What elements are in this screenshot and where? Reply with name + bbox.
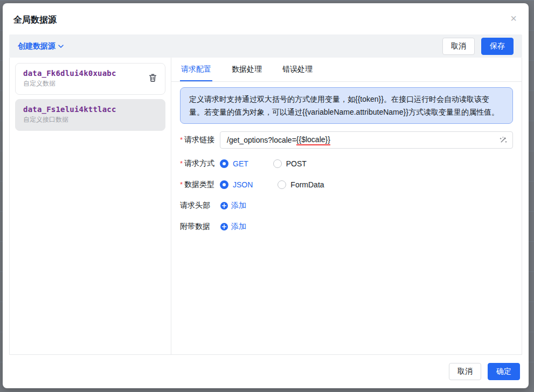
- required-mark: *: [180, 159, 183, 167]
- global-datasource-dialog: 全局数据源 × 创建数据源 取消 保存 data_Fk6dlui4k0xuabc…: [3, 3, 529, 388]
- radio-json[interactable]: JSON: [220, 180, 253, 189]
- datasource-item[interactable]: data_Fk6dlui4k0xuabc 自定义数据: [15, 63, 165, 95]
- plus-circle-icon: [220, 201, 228, 210]
- datasource-name: data_Fs1elui4kttlacc: [23, 105, 158, 114]
- datasource-list: data_Fk6dlui4k0xuabc 自定义数据 data_Fs1elui4…: [10, 58, 171, 354]
- required-mark: *: [180, 180, 183, 188]
- variable-usage-alert: 定义请求时支持通过双大括号的方式使用变量，如{{token}}。在接口运行时会自…: [180, 87, 513, 124]
- add-payload-button[interactable]: 添加: [220, 222, 246, 232]
- payload-data-label: 附带数据: [180, 222, 220, 232]
- tab-data-processing[interactable]: 数据处理: [231, 58, 263, 81]
- datasource-item-meta: data_Fk6dlui4k0xuabc 自定义数据: [23, 69, 147, 88]
- request-method-radio-group: GET POST: [220, 159, 307, 168]
- dialog-title: 全局数据源: [13, 15, 516, 26]
- chevron-down-icon: [57, 43, 65, 50]
- trash-icon[interactable]: [147, 72, 158, 85]
- datasource-toolbar: 创建数据源 取消 保存: [9, 34, 522, 58]
- request-url-variable: {{$locale}}: [296, 135, 330, 145]
- create-datasource-dropdown[interactable]: 创建数据源: [18, 41, 65, 51]
- data-type-radio-group: JSON FormData: [220, 180, 324, 189]
- payload-data-row: 附带数据 添加: [180, 222, 513, 232]
- radio-get[interactable]: GET: [220, 159, 248, 168]
- toolbar-cancel-button[interactable]: 取消: [442, 38, 475, 55]
- data-type-label: *数据类型: [180, 180, 220, 190]
- toolbar-save-button[interactable]: 保存: [481, 38, 514, 55]
- datasource-type: 自定义数据: [23, 79, 147, 88]
- radio-unselected-icon: [273, 159, 282, 168]
- data-type-row: *数据类型 JSON FormData: [180, 180, 513, 190]
- request-config-form: 定义请求时支持通过双大括号的方式使用变量，如{{token}}。在接口运行时会自…: [171, 82, 522, 251]
- radio-unselected-icon: [278, 180, 286, 189]
- dialog-content: data_Fk6dlui4k0xuabc 自定义数据 data_Fs1elui4…: [9, 58, 522, 355]
- detail-tabs: 请求配置 数据处理 错误处理: [171, 58, 522, 82]
- request-headers-row: 请求头部 添加: [180, 201, 513, 211]
- request-url-label: *请求链接: [180, 135, 220, 145]
- close-icon[interactable]: ×: [510, 13, 517, 24]
- footer-confirm-button[interactable]: 确定: [488, 363, 520, 380]
- datasource-item-selected[interactable]: data_Fs1elui4kttlacc 自定义接口数据: [15, 99, 165, 131]
- radio-selected-icon: [220, 159, 228, 168]
- radio-get-label: GET: [233, 159, 248, 168]
- plus-circle-icon: [220, 222, 228, 231]
- dialog-header: 全局数据源 ×: [3, 3, 529, 34]
- request-url-value-prefix: /get_options?locale=: [227, 136, 296, 144]
- datasource-type: 自定义接口数据: [23, 115, 158, 124]
- add-payload-label: 添加: [231, 222, 246, 232]
- radio-selected-icon: [220, 180, 228, 189]
- radio-formdata[interactable]: FormData: [278, 180, 324, 189]
- magic-wand-icon[interactable]: [499, 136, 508, 144]
- request-url-input[interactable]: /get_options?locale={{$locale}}: [220, 131, 513, 149]
- radio-post[interactable]: POST: [273, 159, 307, 168]
- footer-cancel-button[interactable]: 取消: [449, 363, 481, 380]
- dialog-footer: 取消 确定: [3, 355, 529, 388]
- add-header-button[interactable]: 添加: [220, 201, 246, 211]
- datasource-name: data_Fk6dlui4k0xuabc: [23, 69, 147, 78]
- request-method-label: *请求方式: [180, 159, 220, 169]
- request-url-row: *请求链接 /get_options?locale={{$locale}}: [180, 131, 513, 149]
- create-datasource-label: 创建数据源: [18, 41, 56, 51]
- datasource-detail-panel: 请求配置 数据处理 错误处理 定义请求时支持通过双大括号的方式使用变量，如{{t…: [171, 58, 522, 354]
- radio-post-label: POST: [286, 159, 307, 168]
- toolbar-actions: 取消 保存: [442, 38, 514, 55]
- add-header-label: 添加: [231, 201, 246, 211]
- radio-json-label: JSON: [233, 180, 253, 189]
- request-method-row: *请求方式 GET POST: [180, 159, 513, 169]
- radio-formdata-label: FormData: [290, 180, 324, 189]
- tab-error-handling[interactable]: 错误处理: [281, 58, 314, 81]
- datasource-item-meta: data_Fs1elui4kttlacc 自定义接口数据: [23, 105, 158, 124]
- tab-request-config[interactable]: 请求配置: [180, 58, 212, 81]
- request-headers-label: 请求头部: [180, 201, 220, 211]
- required-mark: *: [180, 136, 183, 144]
